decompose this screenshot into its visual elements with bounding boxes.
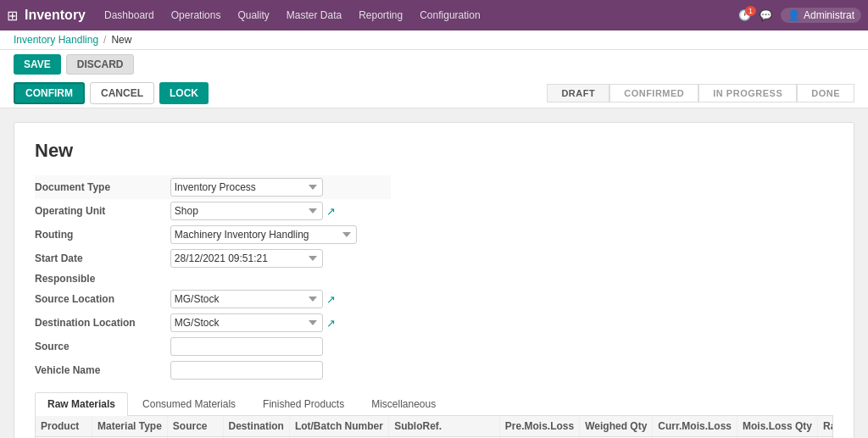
operating-unit-field: Shop ↗ bbox=[170, 202, 384, 220]
operating-unit-ext-link-icon[interactable]: ↗ bbox=[326, 205, 336, 218]
routing-row: Routing Machinery Inventory Handling bbox=[35, 223, 391, 247]
breadcrumb: Inventory Handling / New bbox=[0, 30, 868, 50]
user-menu[interactable]: 👤 Administrat bbox=[781, 8, 861, 23]
col-product: Product bbox=[36, 416, 92, 437]
start-date-row: Start Date 28/12/2021 09:51:21 bbox=[35, 247, 391, 270]
vehicle-name-label: Vehicle Name bbox=[35, 358, 170, 382]
source-location-select[interactable]: MG/Stock bbox=[170, 290, 323, 308]
col-sublotref: SubloRef. bbox=[389, 416, 500, 437]
status-confirmed: CONFIRMED bbox=[609, 84, 698, 103]
status-steps: DRAFT CONFIRMED IN PROGRESS DONE bbox=[547, 84, 854, 103]
operating-unit-row: Operating Unit Shop ↗ bbox=[35, 199, 391, 223]
col-pre-mois-loss: Pre.Mois.Loss bbox=[499, 416, 579, 437]
tabs-row: Raw Materials Consumed Materials Finishe… bbox=[35, 392, 833, 416]
table-header-row: Product Material Type Source Destination… bbox=[36, 416, 833, 437]
user-name: Administrat bbox=[804, 9, 854, 21]
col-mois-loss-qty: Mois.Loss Qty bbox=[737, 416, 818, 437]
source-label: Source bbox=[35, 335, 170, 358]
col-lot-batch: Lot/Batch Number bbox=[289, 416, 388, 437]
destination-location-field: MG/Stock ↗ bbox=[170, 313, 384, 332]
notification-icon[interactable]: 🕐 1 bbox=[738, 9, 751, 21]
nav-operations[interactable]: Operations bbox=[170, 6, 223, 25]
form-fields-table: Document Type Inventory Process Operatin… bbox=[35, 175, 391, 382]
operating-unit-label: Operating Unit bbox=[35, 199, 170, 223]
col-material-type: Material Type bbox=[92, 416, 168, 437]
col-rate: Rate bbox=[818, 416, 833, 437]
action-toolbar: CONFIRM CANCEL LOCK DRAFT CONFIRMED IN P… bbox=[0, 79, 868, 108]
start-date-label: Start Date bbox=[35, 247, 170, 270]
top-toolbar-area: Inventory Handling / New SAVE DISCARD CO… bbox=[0, 30, 868, 108]
col-source: Source bbox=[167, 416, 223, 437]
destination-location-label: Destination Location bbox=[35, 311, 170, 335]
col-curr-mois-loss: Curr.Mois.Loss bbox=[653, 416, 737, 437]
breadcrumb-parent[interactable]: Inventory Handling bbox=[14, 34, 98, 46]
grid-icon[interactable]: ⊞ bbox=[7, 8, 18, 24]
tab-finished-products[interactable]: Finished Products bbox=[250, 392, 357, 415]
vehicle-name-input[interactable] bbox=[170, 361, 323, 380]
document-type-label: Document Type bbox=[35, 175, 170, 199]
routing-label: Routing bbox=[35, 223, 170, 247]
nav-dashboard[interactable]: Dashboard bbox=[103, 6, 156, 25]
form-title: New bbox=[35, 140, 833, 162]
destination-location-ext-link-icon[interactable]: ↗ bbox=[326, 317, 336, 330]
action-buttons: CONFIRM CANCEL LOCK bbox=[14, 82, 209, 104]
source-input[interactable] bbox=[170, 337, 323, 356]
cancel-button[interactable]: CANCEL bbox=[90, 82, 154, 104]
nav-master-data[interactable]: Master Data bbox=[285, 6, 343, 25]
status-in-progress: IN PROGRESS bbox=[698, 84, 797, 103]
tab-raw-materials[interactable]: Raw Materials bbox=[35, 392, 128, 416]
save-button[interactable]: SAVE bbox=[14, 54, 61, 75]
tab-consumed-materials[interactable]: Consumed Materials bbox=[130, 392, 248, 415]
form-card: New Document Type Inventory Process Oper… bbox=[14, 122, 854, 438]
status-draft: DRAFT bbox=[547, 84, 609, 103]
status-done: DONE bbox=[797, 84, 854, 103]
routing-select[interactable]: Machinery Inventory Handling bbox=[170, 225, 357, 244]
chat-icon[interactable]: 💬 bbox=[760, 9, 772, 21]
nav-quality[interactable]: Quality bbox=[236, 6, 270, 25]
source-row: Source bbox=[35, 335, 391, 358]
nav-configuration[interactable]: Configuration bbox=[418, 6, 481, 25]
breadcrumb-current: New bbox=[111, 34, 131, 46]
tab-miscellaneous[interactable]: Miscellaneous bbox=[359, 392, 448, 415]
col-weighed-qty: Weighed Qty bbox=[580, 416, 653, 437]
breadcrumb-separator: / bbox=[103, 34, 106, 46]
user-avatar-icon: 👤 bbox=[787, 9, 800, 21]
responsible-row: Responsible bbox=[35, 270, 391, 287]
source-location-ext-link-icon[interactable]: ↗ bbox=[326, 293, 336, 306]
document-type-row: Document Type Inventory Process bbox=[35, 175, 391, 199]
responsible-label: Responsible bbox=[35, 270, 170, 287]
app-name: Inventory bbox=[25, 8, 86, 23]
source-location-label: Source Location bbox=[35, 287, 170, 311]
vehicle-name-row: Vehicle Name bbox=[35, 358, 391, 382]
source-location-row: Source Location MG/Stock ↗ bbox=[35, 287, 391, 311]
save-toolbar: SAVE DISCARD bbox=[0, 50, 868, 79]
discard-button[interactable]: DISCARD bbox=[66, 54, 135, 75]
col-destination: Destination bbox=[223, 416, 289, 437]
document-type-select[interactable]: Inventory Process bbox=[170, 178, 323, 197]
nav-items: Dashboard Operations Quality Master Data… bbox=[103, 6, 738, 25]
source-location-field: MG/Stock ↗ bbox=[170, 290, 384, 308]
content-area: New Document Type Inventory Process Oper… bbox=[0, 108, 868, 438]
start-date-select[interactable]: 28/12/2021 09:51:21 bbox=[170, 249, 323, 268]
destination-location-select[interactable]: MG/Stock bbox=[170, 313, 323, 332]
confirm-button[interactable]: CONFIRM bbox=[14, 82, 85, 104]
nav-reporting[interactable]: Reporting bbox=[357, 6, 404, 25]
nav-right: 🕐 1 💬 👤 Administrat bbox=[738, 8, 861, 23]
top-nav: ⊞ Inventory Dashboard Operations Quality… bbox=[0, 0, 868, 30]
lock-button[interactable]: LOCK bbox=[159, 82, 209, 104]
destination-location-row: Destination Location MG/Stock ↗ bbox=[35, 311, 391, 335]
raw-materials-table: Product Material Type Source Destination… bbox=[36, 416, 833, 438]
operating-unit-select[interactable]: Shop bbox=[170, 202, 323, 220]
data-table-wrapper: Product Material Type Source Destination… bbox=[35, 416, 833, 438]
